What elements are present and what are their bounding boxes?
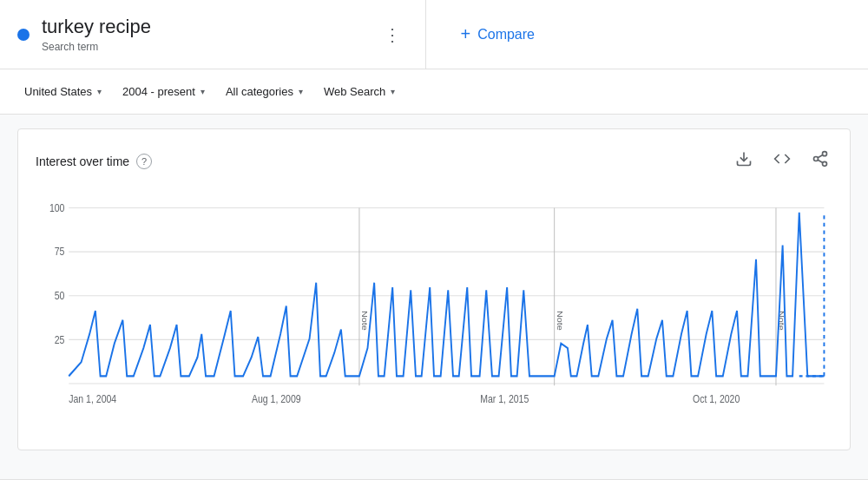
region-filter-button[interactable]: United States ▾ xyxy=(17,80,108,103)
search-term-section: turkey recipe Search term ⋮ xyxy=(17,0,426,69)
help-icon[interactable]: ? xyxy=(136,154,152,169)
region-chevron-icon: ▾ xyxy=(97,87,102,96)
search-term-dot xyxy=(17,29,30,41)
svg-text:25: 25 xyxy=(55,334,65,345)
svg-text:50: 50 xyxy=(55,291,65,302)
chart-title: Interest over time xyxy=(36,154,129,168)
download-chart-button[interactable] xyxy=(732,147,756,175)
trend-chart-svg: 100 75 50 25 Note Note Note Jan xyxy=(36,189,832,432)
svg-text:Jan 1, 2004: Jan 1, 2004 xyxy=(69,393,116,404)
svg-text:Note: Note xyxy=(360,311,369,331)
time-filter-button[interactable]: 2004 - present ▾ xyxy=(115,80,212,103)
main-content: Interest over time ? xyxy=(0,115,868,479)
category-chevron-icon: ▾ xyxy=(299,87,303,96)
svg-text:Note: Note xyxy=(556,311,564,331)
share-icon xyxy=(812,150,829,167)
category-filter-button[interactable]: All categories ▾ xyxy=(219,80,310,103)
svg-text:Oct 1, 2020: Oct 1, 2020 xyxy=(693,393,740,404)
search-header: turkey recipe Search term ⋮ + Compare xyxy=(0,0,868,69)
more-options-button[interactable]: ⋮ xyxy=(377,17,408,52)
search-type-label: Web Search xyxy=(324,85,385,98)
search-term-subtitle: Search term xyxy=(42,41,98,53)
embed-chart-button[interactable] xyxy=(770,147,794,175)
chart-actions xyxy=(732,147,832,175)
time-filter-label: 2004 - present xyxy=(122,85,195,98)
compare-button[interactable]: + Compare xyxy=(461,24,536,44)
compare-label: Compare xyxy=(477,27,535,43)
svg-point-3 xyxy=(823,161,827,166)
svg-line-5 xyxy=(818,154,823,157)
search-type-filter-button[interactable]: Web Search ▾ xyxy=(317,80,402,103)
region-filter-label: United States xyxy=(24,85,92,98)
svg-line-4 xyxy=(818,160,823,162)
chart-container: 100 75 50 25 Note Note Note Jan xyxy=(36,189,832,432)
bottom-bar: Interest by subregion ? Subregion ▾ xyxy=(0,479,868,486)
compare-plus-icon: + xyxy=(461,24,471,44)
interest-over-time-card: Interest over time ? xyxy=(17,128,851,450)
svg-point-1 xyxy=(823,152,827,156)
share-chart-button[interactable] xyxy=(808,147,832,175)
svg-text:100: 100 xyxy=(49,202,65,213)
search-term-title: turkey recipe xyxy=(42,16,151,38)
compare-section: + Compare xyxy=(426,24,852,44)
embed-icon xyxy=(773,150,791,167)
svg-text:Mar 1, 2015: Mar 1, 2015 xyxy=(480,393,529,404)
chart-title-area: Interest over time ? xyxy=(36,154,152,169)
time-chevron-icon: ▾ xyxy=(201,87,205,96)
svg-point-2 xyxy=(814,157,819,161)
download-icon xyxy=(735,150,753,167)
svg-text:Aug 1, 2009: Aug 1, 2009 xyxy=(252,393,301,404)
category-filter-label: All categories xyxy=(226,85,293,98)
search-type-chevron-icon: ▾ xyxy=(391,87,395,96)
chart-header: Interest over time ? xyxy=(36,147,832,175)
search-term-text: turkey recipe Search term xyxy=(42,16,151,52)
svg-text:75: 75 xyxy=(55,246,65,258)
filter-bar: United States ▾ 2004 - present ▾ All cat… xyxy=(0,69,868,115)
